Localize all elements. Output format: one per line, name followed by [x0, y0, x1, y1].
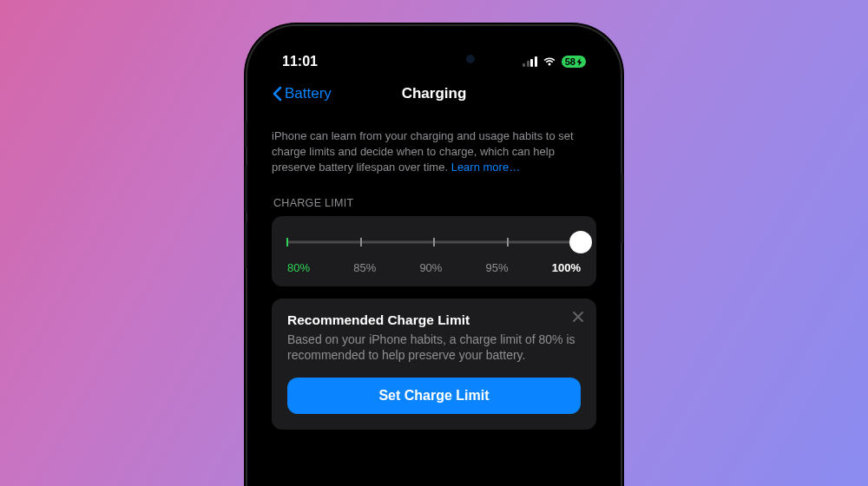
page-title: Charging — [402, 85, 467, 102]
learn-more-link[interactable]: Learn more… — [451, 161, 520, 174]
dynamic-island — [386, 45, 482, 73]
charge-limit-slider[interactable] — [287, 233, 581, 251]
battery-icon: 58 — [562, 56, 586, 68]
status-icons: 58 — [523, 56, 586, 68]
status-time: 11:01 — [282, 54, 318, 69]
camera-dot — [466, 55, 475, 63]
content-area: iPhone can learn from your charging and … — [256, 115, 612, 430]
phone-screen: 11:01 58 — [256, 35, 612, 486]
wifi-icon — [542, 56, 556, 67]
volume-down-button — [245, 221, 247, 269]
back-label: Battery — [285, 85, 332, 102]
nav-bar: Battery Charging — [256, 78, 612, 115]
slider-label-80: 80% — [287, 261, 310, 274]
slider-label-90: 90% — [419, 261, 442, 274]
recommendation-card: Recommended Charge Limit Based on your i… — [272, 299, 596, 430]
power-button — [621, 174, 623, 243]
back-button[interactable]: Battery — [272, 85, 332, 102]
slider-label-95: 95% — [486, 261, 509, 274]
silence-switch — [245, 122, 247, 148]
intro-description: iPhone can learn from your charging and … — [272, 128, 596, 176]
phone-frame: 11:01 58 — [247, 26, 621, 486]
signal-icon — [523, 56, 537, 67]
recommendation-body: Based on your iPhone habits, a charge li… — [287, 332, 581, 364]
charge-limit-slider-card: 80% 85% 90% 95% 100% — [272, 216, 596, 286]
volume-up-button — [245, 165, 247, 213]
close-icon[interactable] — [572, 311, 584, 323]
recommendation-title: Recommended Charge Limit — [287, 312, 581, 328]
set-charge-limit-button[interactable]: Set Charge Limit — [287, 378, 581, 414]
slider-labels: 80% 85% 90% 95% 100% — [287, 261, 581, 274]
chevron-back-icon — [272, 86, 282, 102]
slider-label-85: 85% — [353, 261, 376, 274]
slider-thumb[interactable] — [569, 231, 592, 253]
charge-limit-header: CHARGE LIMIT — [272, 197, 596, 209]
slider-label-100: 100% — [552, 261, 581, 274]
